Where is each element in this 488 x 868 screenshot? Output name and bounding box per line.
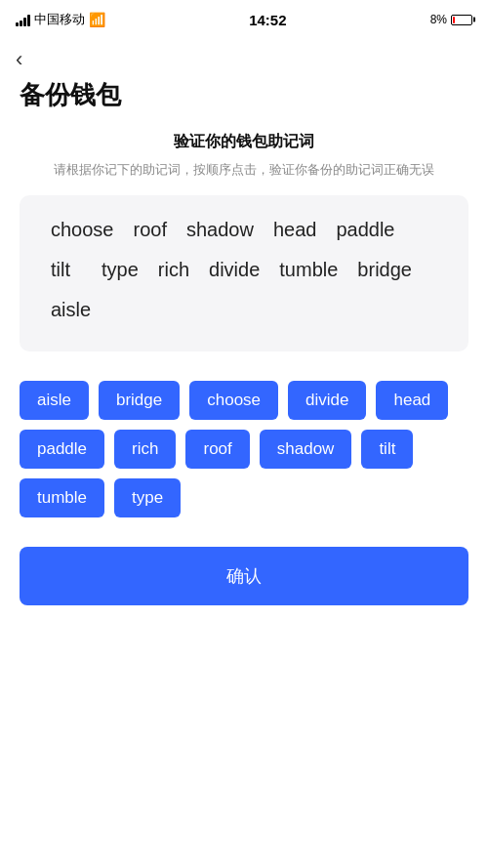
- display-word: head: [265, 215, 325, 245]
- confirm-button[interactable]: 确认: [20, 547, 468, 605]
- display-word: tilt: [43, 255, 90, 285]
- wifi-icon: 📶: [89, 12, 105, 27]
- confirm-button-wrap: 确认: [0, 527, 488, 635]
- word-chip[interactable]: tilt: [361, 430, 413, 469]
- display-word: divide: [201, 255, 267, 285]
- display-word: aisle: [43, 295, 99, 325]
- display-word: choose: [43, 215, 122, 245]
- word-box-inner: chooseroofshadowheadpaddletilttyperichdi…: [43, 215, 445, 325]
- word-chip[interactable]: aisle: [20, 381, 89, 420]
- word-chip[interactable]: divide: [288, 381, 366, 420]
- battery-icon: [451, 15, 472, 25]
- display-word: roof: [126, 215, 175, 245]
- display-word: tumble: [271, 255, 346, 285]
- word-chip[interactable]: shadow: [260, 430, 352, 469]
- display-word: paddle: [328, 215, 402, 245]
- word-chip[interactable]: bridge: [99, 381, 180, 420]
- display-word: rich: [150, 255, 197, 285]
- status-right: 8%: [430, 13, 472, 26]
- carrier-label: 中国移动: [34, 11, 85, 28]
- word-chip[interactable]: tumble: [20, 478, 104, 517]
- back-arrow-icon: ‹: [16, 47, 22, 71]
- status-left: 中国移动 📶: [16, 11, 105, 28]
- word-chip[interactable]: choose: [189, 381, 278, 420]
- back-button[interactable]: ‹: [0, 39, 488, 74]
- display-word: bridge: [349, 255, 420, 285]
- display-word: type: [94, 255, 146, 285]
- display-word: shadow: [179, 215, 262, 245]
- battery-pct-label: 8%: [430, 13, 447, 26]
- status-time: 14:52: [249, 12, 286, 28]
- signal-icon: [16, 13, 30, 26]
- section-heading: 验证你的钱包助记词: [0, 132, 488, 152]
- word-chip[interactable]: paddle: [20, 430, 104, 469]
- page-title: 备份钱包: [0, 74, 488, 132]
- word-chip[interactable]: roof: [185, 430, 249, 469]
- word-chip[interactable]: type: [114, 478, 181, 517]
- word-chip[interactable]: rich: [114, 430, 176, 469]
- word-chip[interactable]: head: [376, 381, 448, 420]
- chips-area: aislebridgechoosedivideheadpaddlerichroo…: [0, 371, 488, 527]
- section-desc: 请根据你记下的助记词，按顺序点击，验证你备份的助记词正确无误: [0, 160, 488, 180]
- word-display-box: chooseroofshadowheadpaddletilttyperichdi…: [20, 195, 468, 351]
- status-bar: 中国移动 📶 14:52 8%: [0, 0, 488, 39]
